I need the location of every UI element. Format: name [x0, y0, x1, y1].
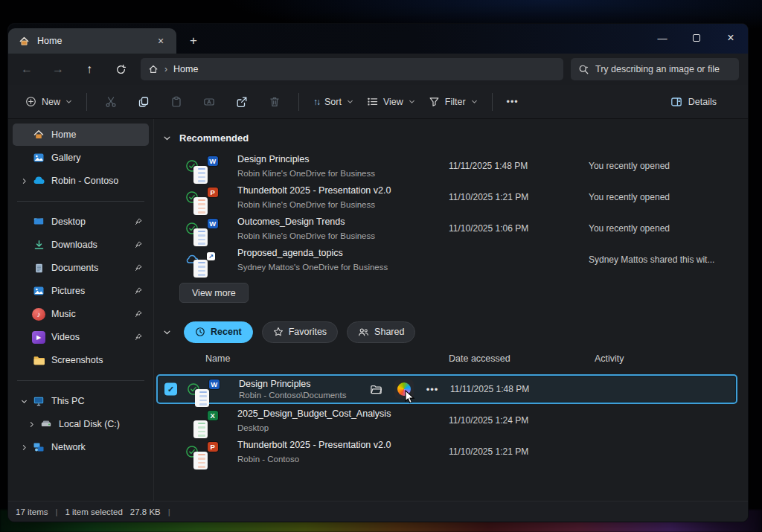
sidebar-item-local-disk[interactable]: Local Disk (C:): [20, 413, 149, 435]
sidebar-item-network[interactable]: Network: [13, 436, 149, 458]
file-name: Design Principles: [239, 379, 311, 389]
delete-icon: [269, 96, 281, 108]
file-location: Desktop: [237, 423, 269, 432]
new-tab-button[interactable]: +: [182, 30, 205, 52]
cut-button[interactable]: [98, 90, 124, 114]
copy-button[interactable]: [131, 90, 156, 114]
sidebar-item-this-pc[interactable]: This PC: [13, 390, 149, 412]
toolbar-divider: [298, 93, 299, 111]
details-pane-button[interactable]: Details: [663, 92, 724, 112]
filter-pill-recent[interactable]: Recent: [184, 321, 253, 343]
view-icon: [367, 96, 378, 107]
shortcut-overlay-icon: ↗: [207, 252, 215, 260]
cut-icon: [105, 96, 117, 108]
file-row[interactable]: P Thunderbolt 2025 - Presentation v2.0 R…: [156, 437, 737, 467]
sidebar-item-desktop[interactable]: Desktop: [13, 211, 149, 233]
column-header-name[interactable]: Name: [205, 353, 230, 364]
search-sparkle-icon: [578, 64, 589, 75]
sidebar-item-pictures[interactable]: Pictures: [13, 280, 149, 302]
sidebar-item-gallery[interactable]: Gallery: [13, 147, 149, 169]
filter-pill-favorites[interactable]: Favorites: [262, 321, 338, 343]
sidebar-item-screenshots[interactable]: Screenshots: [13, 349, 149, 371]
rename-button[interactable]: [196, 90, 222, 114]
mouse-cursor: [404, 390, 418, 404]
toolbar-divider: [492, 93, 493, 111]
column-header-date-accessed[interactable]: Date accessed: [449, 353, 510, 364]
file-name: Thunderbolt 2025 - Presentation v2.0: [237, 440, 391, 450]
chevron-right-icon[interactable]: [17, 178, 31, 185]
onedrive-cloud-icon: [32, 174, 45, 188]
file-row[interactable]: X 2025_Design_Budget_Cost_Analysis Deskt…: [156, 406, 737, 435]
open-file-location-button[interactable]: [366, 379, 385, 399]
pin-icon: [134, 286, 143, 295]
selection-count: 1 item selected: [65, 507, 122, 516]
chevron-right-icon[interactable]: [25, 421, 38, 428]
chevron-down-icon[interactable]: [17, 398, 31, 405]
view-button[interactable]: View: [360, 92, 422, 112]
explorer-body: Home Gallery Robin - Contoso: [8, 119, 748, 501]
sort-button[interactable]: ↑↓ Sort: [307, 92, 360, 112]
chevron-down-icon[interactable]: [154, 134, 179, 142]
sidebar-item-videos[interactable]: ▶ Videos: [13, 326, 149, 348]
share-button[interactable]: [229, 90, 254, 114]
chevron-down-icon: [409, 98, 415, 105]
forward-button[interactable]: →: [44, 57, 72, 81]
recommended-section-header[interactable]: Recommended: [154, 129, 748, 146]
navigation-bar: ← → ↑ › Home Try describing an image or …: [8, 54, 748, 85]
sidebar-item-label: Music: [51, 309, 76, 319]
column-header-activity[interactable]: Activity: [595, 353, 624, 364]
up-button[interactable]: ↑: [75, 57, 103, 81]
maximize-icon: [693, 34, 700, 42]
sidebar-item-documents[interactable]: Documents: [13, 257, 149, 279]
view-more-button[interactable]: View more: [179, 283, 249, 303]
delete-button[interactable]: [262, 90, 287, 114]
file-name: 2025_Design_Budget_Cost_Analysis: [237, 408, 391, 419]
file-date: 11/10/2025 1:06 PM: [449, 223, 528, 234]
back-button[interactable]: ←: [13, 57, 41, 81]
recommended-item[interactable]: ↗ Proposed_agenda_topics Sydney Mattos's…: [154, 244, 748, 275]
more-options-button[interactable]: •••: [500, 92, 525, 112]
file-location: Robin Kline's OneDrive for Business: [237, 231, 375, 240]
chevron-down-icon[interactable]: [154, 328, 179, 336]
file-row-selected[interactable]: ✓ W Design Principles Robin - Contoso\Do…: [156, 374, 737, 404]
filter-button[interactable]: Filter: [422, 92, 484, 112]
filter-icon: [429, 96, 440, 107]
sidebar-item-downloads[interactable]: Downloads: [13, 234, 149, 256]
network-icon: [32, 440, 45, 454]
close-button[interactable]: ×: [714, 24, 748, 52]
file-location: Robin Kline's OneDrive for Business: [237, 169, 375, 178]
navigation-pane: Home Gallery Robin - Contoso: [8, 119, 154, 501]
explorer-tab-home[interactable]: Home ×: [8, 28, 176, 54]
sort-button-label: Sort: [324, 97, 342, 107]
filter-pill-label: Shared: [374, 327, 404, 337]
new-button[interactable]: New: [19, 92, 79, 112]
recommended-item[interactable]: W Outcomes_Design Trends Robin Kline's O…: [154, 213, 748, 244]
filter-pill-shared[interactable]: Shared: [347, 321, 415, 343]
chevron-right-icon[interactable]: [17, 444, 31, 451]
maximize-button[interactable]: [679, 24, 714, 52]
status-divider: |: [168, 507, 170, 516]
filter-pill-label: Favorites: [289, 327, 327, 337]
sidebar-item-home[interactable]: Home: [13, 124, 149, 146]
address-bar[interactable]: › Home: [141, 58, 563, 80]
details-pane-icon: [670, 96, 682, 108]
tab-close-icon[interactable]: ×: [153, 33, 169, 49]
quick-filter-row: Recent Favorites Shared: [154, 321, 748, 343]
row-checkbox[interactable]: ✓: [164, 383, 177, 396]
sidebar-item-label: Videos: [51, 332, 80, 342]
breadcrumb-chevron: ›: [164, 64, 167, 74]
recommended-item[interactable]: P Thunderbolt 2025 - Presentation v2.0 R…: [154, 182, 748, 213]
paste-button[interactable]: [164, 90, 189, 114]
status-bar: 17 items | 1 item selected 27.8 KB |: [8, 501, 748, 522]
sidebar-item-music[interactable]: ♪ Music: [13, 303, 149, 325]
command-toolbar: New ↑↓ Sort View: [8, 85, 748, 119]
search-input[interactable]: Try describing an image or file: [571, 58, 739, 80]
recommended-title: Recommended: [179, 132, 249, 144]
row-more-options-button[interactable]: •••: [423, 379, 442, 399]
refresh-button[interactable]: [106, 57, 135, 81]
sidebar-item-label: Downloads: [51, 240, 97, 250]
recommended-item[interactable]: W Design Principles Robin Kline's OneDri…: [154, 150, 748, 182]
minimize-button[interactable]: —: [645, 24, 679, 52]
desktop-icon: [32, 215, 45, 228]
sidebar-item-onedrive[interactable]: Robin - Contoso: [13, 170, 149, 192]
